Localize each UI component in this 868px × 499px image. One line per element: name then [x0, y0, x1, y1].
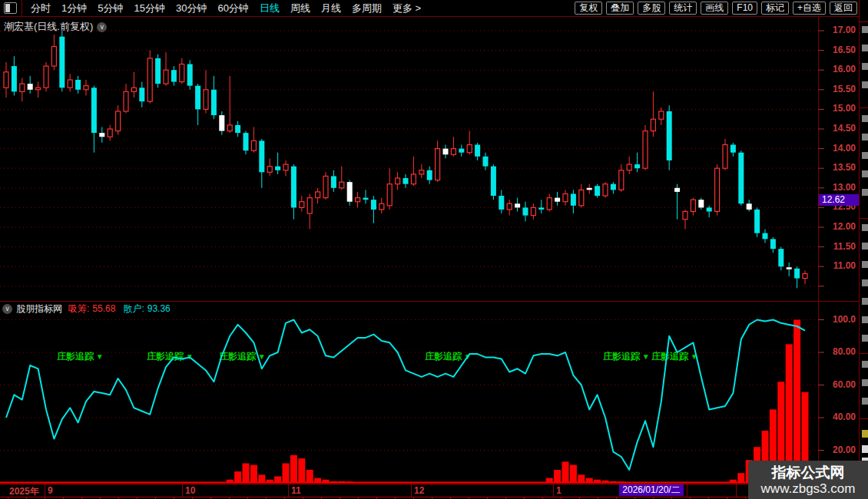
- sidebar-divider: [860, 21, 868, 22]
- watermark-url: www.zbgs3.com: [761, 481, 856, 496]
- right-sidebar-strip[interactable]: [859, 0, 868, 499]
- clipped-sidebar-glyph: [862, 261, 868, 268]
- chart-canvas[interactable]: [0, 0, 868, 499]
- clipped-sidebar-glyph: [862, 115, 868, 122]
- clipped-sidebar-glyph: [862, 243, 868, 250]
- clipped-sidebar-glyph: [862, 430, 868, 438]
- clipped-sidebar-glyph: [862, 224, 868, 231]
- timeline-date-tag: 2026/01/20/二: [619, 484, 684, 496]
- clipped-sidebar-glyph: [862, 134, 868, 140]
- watermark-title: 指标公式网: [772, 464, 845, 481]
- clipped-sidebar-glyph: [862, 26, 868, 33]
- clipped-sidebar-glyph: [862, 335, 868, 342]
- sidebar-divider: [860, 218, 868, 219]
- clipped-sidebar-glyph: [862, 152, 868, 159]
- clipped-sidebar-glyph: [862, 298, 868, 305]
- clipped-sidebar-glyph: [862, 170, 868, 177]
- clipped-sidebar-glyph: [862, 189, 868, 196]
- sidebar-divider: [860, 107, 868, 108]
- clipped-sidebar-glyph: [862, 279, 868, 286]
- sidebar-divider: [860, 353, 868, 354]
- clipped-sidebar-glyph: [862, 81, 868, 88]
- clipped-sidebar-glyph: [862, 379, 868, 386]
- sidebar-divider: [860, 418, 868, 419]
- trading-app-window: 分时1分钟5分钟15分钟30分钟60分钟日线周线月线多周期更多 > 复权叠加多股…: [0, 0, 868, 499]
- clipped-sidebar-glyph: [862, 63, 868, 70]
- clipped-sidebar-glyph: [862, 445, 868, 453]
- watermark-badge: 指标公式网 www.zbgs3.com: [748, 461, 868, 499]
- clipped-sidebar-glyph: [862, 45, 868, 51]
- clipped-sidebar-glyph: [862, 361, 868, 368]
- clipped-sidebar-glyph: [862, 398, 868, 405]
- clipped-sidebar-glyph: [862, 316, 868, 323]
